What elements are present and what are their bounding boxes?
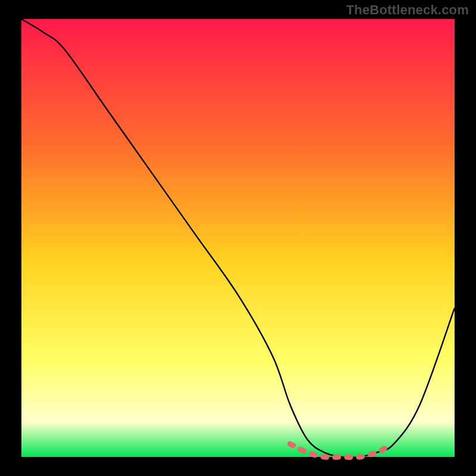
plot-background <box>21 19 455 457</box>
bottleneck-chart <box>0 0 476 476</box>
chart-frame: TheBottleneck.com <box>0 0 476 476</box>
watermark-label: TheBottleneck.com <box>346 2 469 18</box>
